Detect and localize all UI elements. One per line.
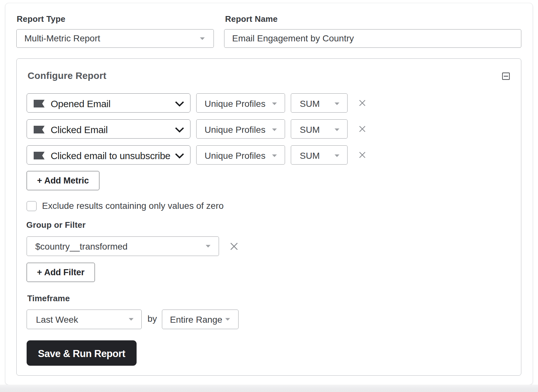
measurement-select[interactable]: Unique Profiles (196, 145, 285, 165)
collapse-panel-button[interactable] (502, 72, 510, 80)
metric-select[interactable]: Clicked email to unsubscribe (27, 145, 190, 165)
save-run-report-button[interactable]: Save & Run Report (27, 340, 137, 366)
group-or-filter-value: $country__transformed (35, 242, 128, 252)
timeframe-label: Timeframe (27, 294, 70, 303)
exclude-zero-row[interactable]: Exclude results containing only values o… (27, 201, 224, 211)
measurement-value: Unique Profiles (205, 125, 265, 135)
metric-select[interactable]: Clicked Email (27, 119, 190, 139)
metric-name: Clicked Email (51, 124, 108, 135)
metric-select[interactable]: Opened Email (27, 93, 190, 113)
page-background-band (0, 385, 538, 392)
aggregation-value: SUM (300, 99, 320, 109)
chevron-down-icon (129, 318, 134, 321)
metric-flag-icon (34, 126, 45, 133)
chevron-down-icon (272, 102, 277, 105)
report-type-select[interactable]: Multi-Metric Report (16, 29, 214, 48)
remove-metric-button[interactable] (359, 100, 366, 106)
measurement-value: Unique Profiles (205, 99, 265, 109)
remove-metric-button[interactable] (359, 152, 366, 158)
x-icon (359, 126, 366, 132)
interval-value: Entire Range (170, 315, 222, 325)
x-icon (359, 100, 366, 106)
chevron-down-icon (334, 102, 340, 105)
aggregation-select[interactable]: SUM (291, 93, 348, 113)
by-label: by (147, 314, 157, 323)
aggregation-select[interactable]: SUM (291, 145, 348, 165)
group-or-filter-select[interactable]: $country__transformed (27, 236, 219, 256)
chevron-down-icon (272, 154, 277, 157)
report-name-label: Report Name (225, 15, 278, 23)
aggregation-value: SUM (300, 125, 320, 135)
metric-flag-icon (34, 100, 45, 107)
chevron-down-icon (334, 128, 340, 131)
interval-select[interactable]: Entire Range (162, 310, 239, 329)
add-metric-button[interactable]: + Add Metric (27, 171, 99, 190)
chevron-down-icon (206, 245, 211, 248)
chevron-down-icon (175, 101, 184, 107)
timeframe-value: Last Week (36, 315, 78, 325)
metric-name: Opened Email (51, 98, 111, 109)
report-type-label: Report Type (17, 15, 65, 23)
chevron-down-icon (175, 127, 184, 132)
timeframe-select[interactable]: Last Week (27, 310, 142, 329)
measurement-select[interactable]: Unique Profiles (196, 93, 285, 113)
chevron-down-icon (334, 154, 340, 157)
chevron-down-icon (272, 128, 277, 131)
add-filter-button[interactable]: + Add Filter (27, 263, 95, 282)
metric-name: Clicked email to unsubscribe (51, 150, 170, 161)
x-icon (359, 152, 366, 158)
report-builder-card: Report Type Multi-Metric Report Report N… (5, 3, 533, 385)
minus-square-icon (502, 72, 510, 80)
measurement-value: Unique Profiles (205, 151, 265, 161)
chevron-down-icon (200, 37, 205, 40)
x-icon (230, 243, 238, 250)
configure-report-panel: Configure Report Opened Email Unique Pro… (16, 58, 521, 376)
remove-filter-button[interactable] (230, 243, 238, 250)
exclude-zero-checkbox[interactable] (27, 201, 37, 211)
chevron-down-icon (225, 318, 230, 321)
exclude-zero-label: Exclude results containing only values o… (42, 201, 224, 211)
remove-metric-button[interactable] (359, 126, 366, 132)
report-name-input[interactable] (224, 29, 521, 48)
aggregation-value: SUM (300, 151, 320, 161)
group-or-filter-label: Group or Filter (26, 221, 86, 229)
configure-report-title: Configure Report (28, 70, 106, 81)
aggregation-select[interactable]: SUM (291, 119, 348, 139)
metric-flag-icon (34, 152, 45, 159)
chevron-down-icon (175, 153, 184, 158)
measurement-select[interactable]: Unique Profiles (196, 119, 285, 139)
report-type-value: Multi-Metric Report (24, 33, 100, 44)
